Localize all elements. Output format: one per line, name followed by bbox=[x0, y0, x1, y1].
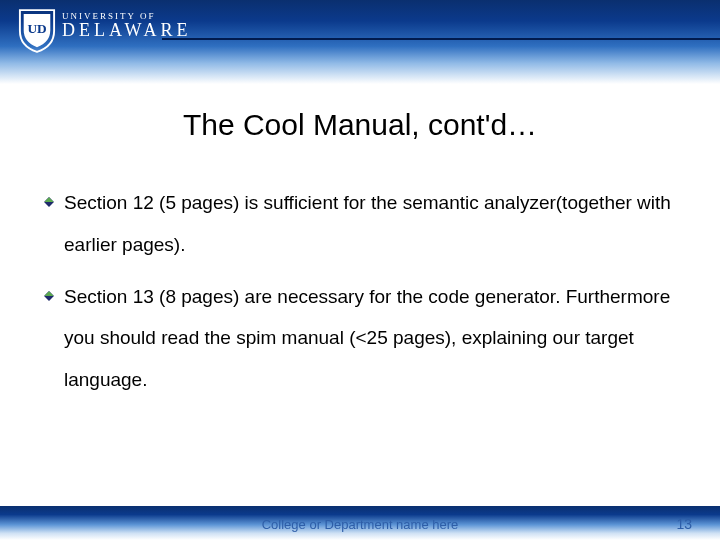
list-item: Section 12 (5 pages) is sufficient for t… bbox=[44, 182, 676, 266]
list-item: Section 13 (8 pages) are necessary for t… bbox=[44, 276, 676, 401]
logo-text: UNIVERSITY OF DELAWARE bbox=[62, 8, 192, 39]
bullet-text: Section 12 (5 pages) is sufficient for t… bbox=[64, 182, 676, 266]
header-band: UD UNIVERSITY OF DELAWARE bbox=[0, 0, 720, 84]
diamond-bullet-icon bbox=[44, 197, 54, 207]
page-title: The Cool Manual, cont'd… bbox=[0, 108, 720, 142]
university-logo: UD UNIVERSITY OF DELAWARE bbox=[18, 8, 192, 54]
header-rule bbox=[162, 38, 720, 40]
svg-text:UD: UD bbox=[27, 21, 46, 36]
bullet-text: Section 13 (8 pages) are necessary for t… bbox=[64, 276, 676, 401]
footer-dept-label: College or Department name here bbox=[0, 517, 720, 532]
shield-icon: UD bbox=[18, 8, 56, 54]
page-number: 13 bbox=[676, 516, 692, 532]
content-area: Section 12 (5 pages) is sufficient for t… bbox=[0, 142, 720, 401]
diamond-bullet-icon bbox=[44, 291, 54, 301]
logo-line-2: DELAWARE bbox=[62, 21, 192, 39]
